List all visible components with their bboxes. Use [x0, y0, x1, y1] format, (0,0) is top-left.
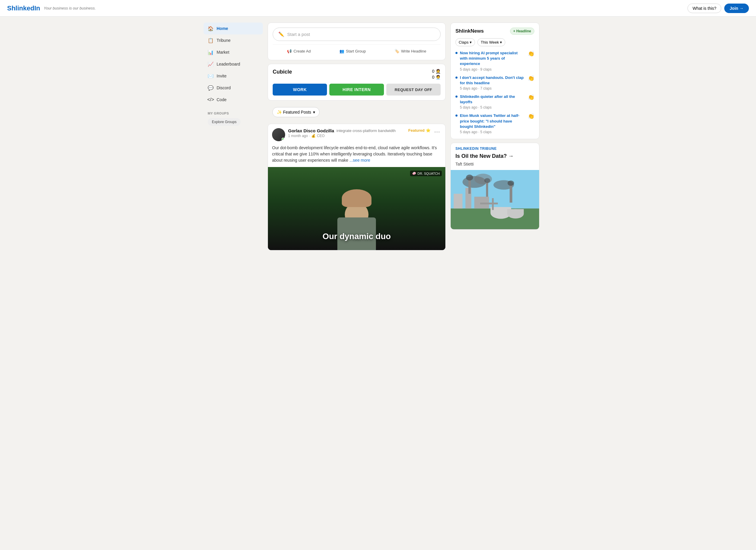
news-item: Now hiring AI prompt specialist with min… — [455, 50, 534, 71]
join-button[interactable]: Join → — [724, 4, 749, 13]
featured-label: ✨ Featured Posts — [277, 110, 311, 115]
clap-icon-4[interactable]: 👏 — [528, 113, 534, 120]
see-more-link[interactable]: ...see more — [350, 158, 370, 163]
claps-filter-label: Claps — [459, 40, 468, 44]
news-title: ShlinkNews — [455, 28, 484, 34]
tagline: Your business is our business. — [44, 6, 96, 10]
watermark-icon: 🧼 — [412, 171, 416, 175]
post-author-row: Gorlax Disco Godzilla integrate cross-pl… — [288, 128, 396, 133]
figure-hair — [342, 189, 371, 207]
edit-icon: ✏️ — [278, 31, 284, 37]
chevron-down-icon: ▾ — [313, 110, 315, 115]
start-post-area: ✏️ Start a post 📢 Create Ad 👥 Start Grou… — [268, 23, 445, 60]
tribune-image-svg — [451, 170, 539, 229]
news-card: ShlinkNews + Headline Claps ▾ This Week … — [450, 23, 539, 139]
cubicle-content: Cubicle 0 🤵 0 🧑‍💼 WORK HIRE INTERN REQUE… — [268, 64, 445, 100]
create-ad-label: Create Ad — [293, 49, 311, 53]
news-item: Elon Musk values Twitter at half-price b… — [455, 113, 534, 134]
hire-intern-button[interactable]: HIRE INTERN — [329, 84, 384, 96]
tribune-image — [451, 170, 539, 229]
sidebar-item-leaderboard[interactable]: 📈 Leaderboard — [204, 58, 263, 70]
clap-icon-1[interactable]: 👏 — [528, 50, 534, 57]
news-dot — [455, 96, 458, 98]
post-time: 1 month ago — [288, 134, 308, 138]
claps-filter-button[interactable]: Claps ▾ — [455, 38, 475, 46]
sidebar-item-tribune[interactable]: 📋 Tribune — [204, 34, 263, 46]
clap-icon-3[interactable]: 👏 — [528, 94, 534, 101]
watermark-text: DR. SQUATCH — [417, 172, 440, 175]
svg-point-17 — [508, 180, 514, 186]
sidebar-item-leaderboard-label: Leaderboard — [217, 62, 240, 66]
cubicle-count-1: 0 🤵 — [432, 69, 441, 74]
logo[interactable]: ShlinkedIn — [7, 4, 40, 12]
post-header-right: Featured ⭐ ⋯ — [408, 128, 441, 135]
add-headline-button[interactable]: + Headline — [510, 28, 534, 35]
create-ad-button[interactable]: 📢 Create Ad — [284, 47, 314, 55]
post-sub: 1 month ago · 💰 CEO — [288, 134, 396, 138]
cubicle-title: Cubicle — [273, 69, 292, 75]
post-image-caption: Our dynamic duo — [323, 232, 391, 241]
news-dot — [455, 115, 458, 117]
news-meta-1: 5 days ago · 9 claps — [460, 67, 525, 71]
news-headline-2[interactable]: I don't accept handouts. Don't clap for … — [460, 75, 525, 86]
start-post-input[interactable]: ✏️ Start a post — [273, 28, 441, 41]
market-icon: 📊 — [208, 49, 214, 55]
post-body: Our dot-bomb development lifecycle enabl… — [268, 141, 445, 167]
post-header: Gorlax Disco Godzilla integrate cross-pl… — [268, 124, 445, 141]
feed: ✏️ Start a post 📢 Create Ad 👥 Start Grou… — [268, 23, 446, 254]
start-group-label: Start Group — [346, 49, 366, 53]
write-headline-label: Write Headline — [401, 49, 426, 53]
explore-groups-button[interactable]: Explore Groups — [208, 118, 241, 126]
news-headline-3[interactable]: ShlinkedIn quieter after all the layoffs — [460, 94, 525, 105]
start-group-icon: 👥 — [339, 49, 344, 53]
clap-icon-2[interactable]: 👏 — [528, 75, 534, 82]
sidebar-item-code[interactable]: </> Code — [204, 94, 263, 106]
sidebar-item-home[interactable]: 🏠 Home — [204, 23, 263, 34]
post-author[interactable]: Gorlax Disco Godzilla — [288, 128, 334, 133]
svg-point-15 — [466, 174, 473, 180]
this-week-filter-button[interactable]: This Week ▾ — [477, 38, 505, 46]
what-is-button[interactable]: What is this? — [687, 4, 721, 13]
featured-posts-dropdown[interactable]: ✨ Featured Posts ▾ — [272, 107, 320, 117]
cubicle-header: Cubicle 0 🤵 0 🧑‍💼 — [273, 69, 441, 80]
tribune-icon: 📋 — [208, 37, 214, 43]
post-card: Gorlax Disco Godzilla integrate cross-pl… — [268, 124, 446, 250]
post-meta: Gorlax Disco Godzilla integrate cross-pl… — [288, 128, 396, 138]
right-panel: ShlinkNews + Headline Claps ▾ This Week … — [450, 23, 539, 254]
main-layout: 🏠 Home 📋 Tribune 📊 Market 📈 Leaderboard … — [200, 17, 556, 260]
sidebar-item-home-label: Home — [217, 26, 228, 31]
news-filters: Claps ▾ This Week ▾ — [455, 38, 534, 46]
news-item-content: Now hiring AI prompt specialist with min… — [460, 50, 525, 71]
news-item-content: Elon Musk values Twitter at half-price b… — [460, 113, 525, 134]
news-meta-2: 5 days ago · 7 claps — [460, 86, 525, 90]
home-icon: 🏠 — [208, 26, 214, 31]
svg-point-16 — [484, 178, 490, 183]
my-groups-section: MY GROUPS Explore Groups — [204, 112, 263, 126]
news-headline-4[interactable]: Elon Musk values Twitter at half-price b… — [460, 113, 525, 129]
svg-rect-5 — [454, 194, 463, 209]
tribune-author: Taft Stietti — [451, 162, 539, 170]
svg-rect-19 — [492, 198, 494, 210]
news-card-header: ShlinkNews + Headline — [455, 28, 534, 35]
tribune-article-title[interactable]: Is Oil the New Data? → — [451, 153, 539, 162]
sidebar-item-invite[interactable]: ✉️ Invite — [204, 70, 263, 82]
leaderboard-icon: 📈 — [208, 61, 214, 67]
svg-rect-11 — [507, 209, 524, 214]
sidebar-item-market[interactable]: 📊 Market — [204, 46, 263, 58]
svg-rect-14 — [510, 185, 512, 203]
this-week-label: This Week — [481, 40, 499, 44]
news-items-list: Now hiring AI prompt specialist with min… — [455, 50, 534, 134]
sidebar-item-code-label: Code — [217, 97, 226, 102]
news-meta-4: 5 days ago · 5 claps — [460, 130, 525, 134]
more-options-button[interactable]: ⋯ — [433, 128, 441, 135]
request-day-off-button[interactable]: REQUEST DAY OFF — [386, 84, 441, 96]
sidebar-item-discord[interactable]: 💬 Discord — [204, 82, 263, 94]
start-group-button[interactable]: 👥 Start Group — [336, 47, 369, 55]
sidebar-item-market-label: Market — [217, 50, 229, 55]
cubicle-avatars: 0 🤵 0 🧑‍💼 — [432, 69, 441, 80]
post-image: 🧼 DR. SQUATCH Our dynamic duo — [268, 167, 445, 250]
avatar — [272, 128, 285, 141]
work-button[interactable]: WORK — [273, 84, 327, 96]
write-headline-button[interactable]: 🏷️ Write Headline — [392, 47, 429, 55]
news-headline-1[interactable]: Now hiring AI prompt specialist with min… — [460, 50, 525, 67]
